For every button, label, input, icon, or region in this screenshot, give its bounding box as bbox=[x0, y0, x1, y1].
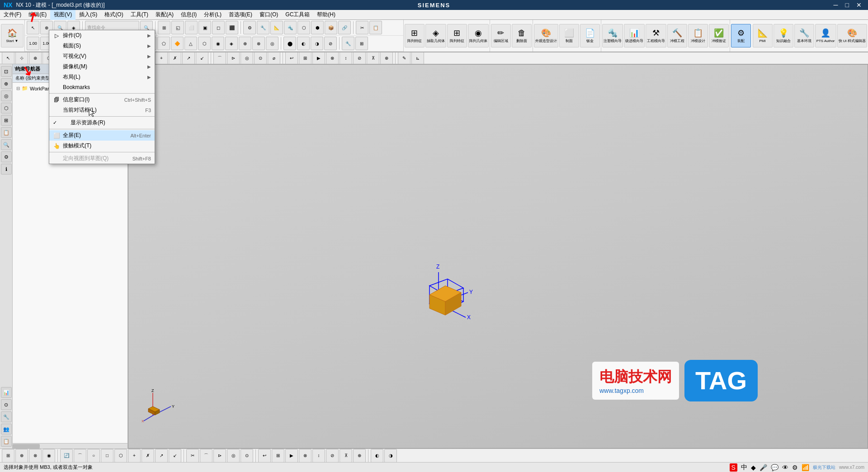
tb2-l[interactable]: ◐ bbox=[297, 37, 310, 50]
minimize-button[interactable]: ─ bbox=[831, 1, 841, 9]
stb-1[interactable]: ↖ bbox=[2, 52, 14, 64]
knowledge-tab-btn[interactable]: 💡 知识融合 bbox=[774, 24, 793, 47]
menu-edit[interactable]: 编辑(E) bbox=[25, 10, 50, 20]
sidebar-btn-5[interactable]: ⊞ bbox=[1, 115, 12, 126]
sidebar-btn-8[interactable]: ⚙ bbox=[1, 151, 12, 162]
tb-view5[interactable]: ◻ bbox=[212, 21, 225, 34]
stb-14[interactable]: ↗ bbox=[182, 52, 195, 64]
array-feature2-btn[interactable]: ⊞ 阵列特征 bbox=[447, 24, 467, 47]
eng-wizard-btn[interactable]: ⚒ 工程模向导 bbox=[646, 24, 666, 47]
uxdesign-tab-btn[interactable]: 🎨 快 UI 样式编辑器 bbox=[837, 24, 867, 47]
btb-dim5[interactable]: ↕ bbox=[312, 449, 325, 463]
btb-5[interactable]: 🔄 bbox=[60, 449, 73, 463]
stb-25[interactable]: ↕ bbox=[340, 52, 352, 64]
sidebar-btn-13[interactable]: 👥 bbox=[1, 424, 12, 434]
btb-1[interactable]: ⊞ bbox=[2, 449, 14, 463]
dd-fullscreen[interactable]: ⬜ 全屏(E) Alt+Enter bbox=[49, 130, 155, 141]
sidebar-btn-1[interactable]: ⊡ bbox=[1, 66, 12, 77]
stb-3[interactable]: ⊕ bbox=[29, 52, 42, 64]
tb2-n[interactable]: ⊘ bbox=[324, 37, 337, 50]
tb2-p[interactable]: ⊞ bbox=[355, 37, 368, 50]
injection-wizard-btn[interactable]: 🔩 注塑模向导 bbox=[602, 24, 623, 47]
tb2-b[interactable]: ⬠ bbox=[157, 37, 170, 50]
stb-20[interactable]: ⌀ bbox=[268, 52, 280, 64]
btb-3[interactable]: ⊗ bbox=[29, 449, 42, 463]
btb-dim6[interactable]: ⊘ bbox=[326, 449, 339, 463]
dd-bookmarks[interactable]: Bookmarks bbox=[49, 82, 155, 92]
stb-21[interactable]: ↩ bbox=[285, 52, 298, 64]
sidebar-btn-2[interactable]: ⊕ bbox=[1, 78, 12, 89]
tb-extra2[interactable]: 📋 bbox=[369, 21, 382, 34]
tb2-e[interactable]: ⬡ bbox=[198, 37, 211, 50]
tb-select[interactable]: ↖ bbox=[27, 21, 39, 34]
menu-file[interactable]: 文件(F) bbox=[0, 10, 25, 20]
menu-pref[interactable]: 首选项(E) bbox=[225, 10, 256, 20]
btb-dim3[interactable]: ▶ bbox=[285, 449, 298, 463]
array-feature-btn[interactable]: ⊞ 阵列特征 bbox=[405, 24, 425, 47]
sheet-metal-btn[interactable]: 📄 钣金 bbox=[580, 24, 600, 47]
status-icon-zh[interactable]: 中 bbox=[741, 463, 747, 472]
extract-geo-btn[interactable]: ◈ 抽取几何体 bbox=[425, 24, 446, 47]
stb-15[interactable]: ↙ bbox=[196, 52, 208, 64]
tb-view4[interactable]: ▣ bbox=[198, 21, 211, 34]
die-design-btn[interactable]: 📋 冲模设计 bbox=[688, 24, 708, 47]
dd-visible[interactable]: 可视化(V) ▶ bbox=[49, 51, 155, 61]
menu-insert[interactable]: 插入(S) bbox=[75, 10, 101, 20]
tb-more2[interactable]: 🔧 bbox=[257, 21, 269, 34]
menu-help[interactable]: 帮助(H) bbox=[313, 10, 339, 20]
ptsauthor-tab-btn[interactable]: 👤 PTS Author bbox=[815, 24, 836, 47]
btb-4[interactable]: ◉ bbox=[42, 449, 55, 463]
stb-13[interactable]: ✗ bbox=[169, 52, 181, 64]
btb-draw-arr2[interactable]: ↙ bbox=[169, 449, 181, 463]
sidebar-btn-14[interactable]: 📋 bbox=[1, 436, 12, 447]
tb-view1[interactable]: ⊞ bbox=[158, 21, 170, 34]
tb-view6[interactable]: ⬛ bbox=[226, 21, 238, 34]
tb-more4[interactable]: 🔩 bbox=[284, 21, 297, 34]
menu-assemble[interactable]: 装配(A) bbox=[152, 10, 177, 20]
sidebar-btn-4[interactable]: ⬡ bbox=[1, 103, 12, 113]
tb-more3[interactable]: 📐 bbox=[270, 21, 283, 34]
status-icon-signal[interactable]: 📶 bbox=[802, 464, 809, 471]
tb2-c[interactable]: 🔶 bbox=[171, 37, 184, 50]
maximize-button[interactable]: □ bbox=[843, 1, 852, 9]
tb2-g[interactable]: ◈ bbox=[225, 37, 238, 50]
dd-camera[interactable]: 摄像机(M) ▶ bbox=[49, 61, 155, 72]
array-geo-btn[interactable]: ◉ 阵列几何体 bbox=[468, 24, 489, 47]
btb-2[interactable]: ⊕ bbox=[15, 449, 28, 463]
stb-2[interactable]: ⊹ bbox=[15, 52, 28, 64]
sidebar-btn-12[interactable]: 🔧 bbox=[1, 411, 12, 422]
stb-27[interactable]: ⊼ bbox=[367, 52, 379, 64]
sidebar-btn-10[interactable]: 📊 bbox=[1, 387, 12, 398]
stb-29[interactable]: ✎ bbox=[398, 52, 410, 64]
menu-info[interactable]: 信息(I) bbox=[177, 10, 200, 20]
stb-24[interactable]: ⊗ bbox=[326, 52, 339, 64]
window-controls[interactable]: ─ □ ✕ bbox=[831, 1, 864, 9]
sidebar-btn-11[interactable]: ⊙ bbox=[1, 399, 12, 410]
edit-region-btn[interactable]: ✏ 编辑区域 bbox=[491, 24, 511, 47]
tb2-f[interactable]: ◉ bbox=[212, 37, 224, 50]
dd-orient[interactable]: 定向视图到草图(Q) Shift+F8 bbox=[49, 153, 155, 164]
appearance-btn[interactable]: 🎨 外观造型设计 bbox=[534, 24, 558, 47]
dd-touch[interactable]: 👆 接触模式(T) bbox=[49, 141, 155, 151]
menu-analyze[interactable]: 分析(L) bbox=[200, 10, 225, 20]
dd-showres[interactable]: 显示资源条(R) bbox=[49, 118, 155, 128]
tb2-j[interactable]: ◎ bbox=[266, 37, 278, 50]
tb-more8[interactable]: 🔗 bbox=[338, 21, 351, 34]
tb2-m[interactable]: ◑ bbox=[311, 37, 323, 50]
tb-view3[interactable]: ⬜ bbox=[185, 21, 198, 34]
btb-draw-arc[interactable]: ⌒ bbox=[74, 449, 86, 463]
stb-30[interactable]: ⊾ bbox=[411, 52, 424, 64]
start-button[interactable]: 🏠 Start ▼ bbox=[1, 24, 24, 47]
status-icon-mic[interactable]: 🎤 bbox=[760, 464, 767, 471]
close-button[interactable]: ✕ bbox=[854, 1, 864, 9]
btb-dim1[interactable]: ↩ bbox=[258, 449, 271, 463]
btb-more1[interactable]: ◐ bbox=[371, 449, 383, 463]
btb-trim[interactable]: ✂ bbox=[186, 449, 199, 463]
sidebar-btn-9[interactable]: ℹ bbox=[1, 164, 12, 175]
sidebar-btn-3[interactable]: ◎ bbox=[1, 90, 12, 101]
navigator-scrollbar[interactable] bbox=[13, 443, 127, 448]
tb-more7[interactable]: 📦 bbox=[325, 21, 337, 34]
tb2-1[interactable]: 1.00 bbox=[27, 37, 39, 50]
tb-more6[interactable]: ⬢ bbox=[311, 21, 324, 34]
tb-more5[interactable]: ⬡ bbox=[297, 21, 310, 34]
